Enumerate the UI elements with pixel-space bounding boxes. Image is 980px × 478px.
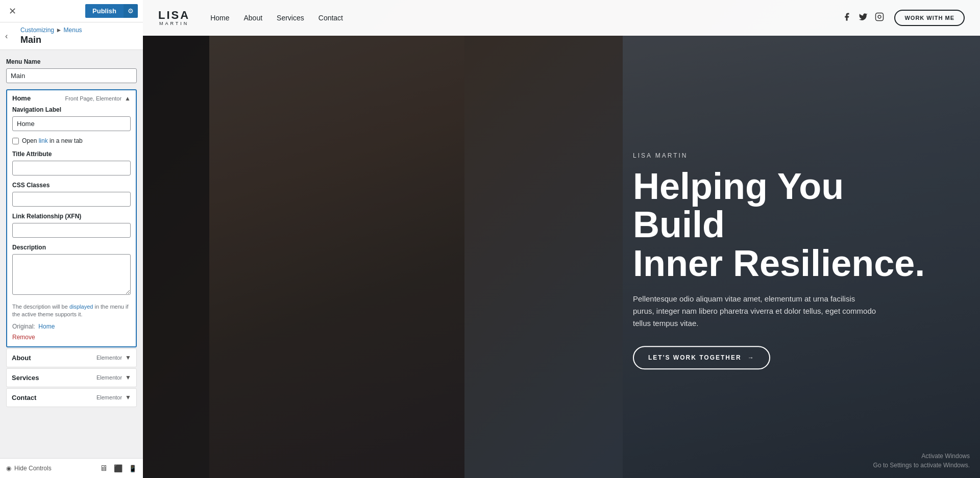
contact-chevron-icon: ▼ — [125, 394, 131, 401]
logo-sub: MARTIN — [159, 21, 189, 26]
cta-button[interactable]: LET'S WORK TOGETHER → — [633, 346, 770, 370]
contact-item-badge: Elementor ▼ — [96, 394, 131, 401]
breadcrumb-bar: ‹ Customizing ► Menus Main — [0, 22, 143, 50]
services-item-header[interactable]: Services Elementor ▼ — [7, 369, 136, 387]
remove-button[interactable]: Remove — [12, 334, 35, 341]
original-row: Original: Home — [12, 323, 131, 330]
services-chevron-icon: ▼ — [125, 374, 131, 381]
site-nav: LISA MARTIN Home About Services Contact — [143, 0, 980, 36]
activate-windows-notice: Activate Windows Go to Settings to activ… — [873, 451, 970, 470]
cta-label: LET'S WORK TOGETHER — [648, 355, 742, 362]
publish-button[interactable]: Publish — [85, 4, 124, 18]
title-attr-input[interactable] — [12, 161, 131, 175]
nav-label-input[interactable] — [12, 116, 131, 131]
home-menu-item: Home Front Page, Elementor ▲ Navigation … — [6, 89, 137, 347]
description-textarea[interactable] — [12, 254, 131, 295]
svg-rect-0 — [876, 13, 884, 21]
facebook-icon[interactable] — [842, 12, 851, 23]
work-with-me-button[interactable]: WORK WITH ME — [894, 10, 965, 26]
contact-item-header[interactable]: Contact Elementor ▼ — [7, 389, 136, 407]
back-button[interactable]: ‹ — [5, 32, 8, 41]
website-wrapper: LISA MARTIN Home About Services Contact — [143, 0, 980, 478]
hero-description: Pellentesque odio aliquam vitae amet, el… — [633, 293, 878, 330]
hero-title-line2: Inner Resilience. — [633, 243, 925, 284]
services-item-badge: Elementor ▼ — [96, 374, 131, 381]
cta-arrow-icon: → — [748, 355, 755, 362]
device-icons: 🖥 ⬛ 📱 — [100, 464, 137, 473]
open-new-tab-row: Open link in a new tab — [12, 137, 131, 144]
hide-controls-button[interactable]: ◉ Hide Controls — [6, 465, 52, 472]
instagram-icon[interactable] — [875, 12, 884, 23]
link-link[interactable]: link — [39, 137, 48, 144]
customizer-panel: ✕ Publish ⚙ ‹ Customizing ► Menus Main M… — [0, 0, 143, 478]
link-rel-input[interactable] — [12, 223, 131, 238]
home-item-header[interactable]: Home Front Page, Elementor ▲ — [7, 90, 136, 106]
nav-item-services[interactable]: Services — [277, 13, 304, 22]
home-item-body: Navigation Label Open link in a new tab … — [7, 106, 136, 346]
nav-item-home[interactable]: Home — [210, 13, 229, 22]
desktop-icon[interactable]: 🖥 — [100, 464, 108, 473]
social-icons — [842, 12, 884, 23]
contact-menu-item: Contact Elementor ▼ — [6, 388, 137, 407]
hero-content: LISA MARTIN Helping You Build Inner Resi… — [633, 152, 939, 370]
about-chevron-icon: ▼ — [125, 354, 131, 361]
page-title: Main — [20, 35, 137, 45]
publish-settings-button[interactable]: ⚙ — [124, 4, 138, 18]
services-menu-item: Services Elementor ▼ — [6, 368, 137, 387]
activate-line1: Activate Windows — [873, 451, 970, 461]
open-new-tab-label: Open link in a new tab — [22, 137, 83, 144]
nav-link-home[interactable]: Home — [210, 14, 229, 22]
nav-link-contact[interactable]: Contact — [318, 14, 343, 22]
eye-icon: ◉ — [6, 465, 11, 472]
panel-content: Menu Name Home Front Page, Elementor ▲ N… — [0, 50, 143, 458]
about-item-header[interactable]: About Elementor ▼ — [7, 349, 136, 367]
breadcrumb: Customizing ► Menus — [20, 27, 137, 34]
css-classes-label: CSS Classes — [12, 182, 131, 189]
breadcrumb-menus[interactable]: Menus — [64, 27, 82, 34]
nav-link-services[interactable]: Services — [277, 14, 304, 22]
website-preview: LISA MARTIN Home About Services Contact — [143, 0, 980, 478]
title-attr-label: Title Attribute — [12, 150, 131, 158]
activate-line2: Go to Settings to activate Windows. — [873, 461, 970, 470]
nav-link-about[interactable]: About — [243, 14, 262, 22]
twitter-icon[interactable] — [859, 12, 868, 23]
site-logo: LISA MARTIN — [158, 10, 190, 26]
top-bar: ✕ Publish ⚙ — [0, 0, 143, 22]
about-menu-item: About Elementor ▼ — [6, 348, 137, 367]
tablet-icon[interactable]: ⬛ — [114, 464, 122, 472]
about-item-label: About — [12, 354, 31, 362]
open-new-tab-checkbox[interactable] — [12, 138, 19, 144]
nav-right: WORK WITH ME — [842, 10, 965, 26]
nav-links: Home About Services Contact — [210, 13, 343, 22]
about-item-badge: Elementor ▼ — [96, 354, 131, 361]
css-classes-input[interactable] — [12, 192, 131, 207]
breadcrumb-customizing[interactable]: Customizing — [20, 27, 54, 34]
mobile-icon[interactable]: 📱 — [129, 465, 137, 472]
contact-item-label: Contact — [12, 394, 36, 401]
home-item-label: Home — [12, 94, 31, 102]
original-link[interactable]: Home — [38, 323, 55, 330]
nav-label-label: Navigation Label — [12, 106, 131, 113]
nav-item-about[interactable]: About — [243, 13, 262, 22]
menu-name-label: Menu Name — [6, 58, 137, 65]
hero-title-line1: Helping You Build — [633, 166, 844, 245]
description-note: The description will be displayed in the… — [12, 303, 131, 319]
home-item-badge: Front Page, Elementor ▲ — [65, 95, 131, 102]
chevron-up-icon: ▲ — [125, 95, 131, 102]
nav-item-contact[interactable]: Contact — [318, 13, 343, 22]
hide-controls-label: Hide Controls — [14, 465, 52, 472]
hero-name: LISA MARTIN — [633, 152, 939, 159]
menu-name-input[interactable] — [6, 68, 137, 83]
link-rel-label: Link Relationship (XFN) — [12, 213, 131, 220]
description-label: Description — [12, 244, 131, 251]
close-button[interactable]: ✕ — [5, 4, 19, 18]
logo-name: LISA — [158, 10, 190, 21]
services-item-label: Services — [12, 374, 39, 382]
bottom-bar: ◉ Hide Controls 🖥 ⬛ 📱 — [0, 458, 143, 478]
hero-title: Helping You Build Inner Resilience. — [633, 167, 939, 283]
